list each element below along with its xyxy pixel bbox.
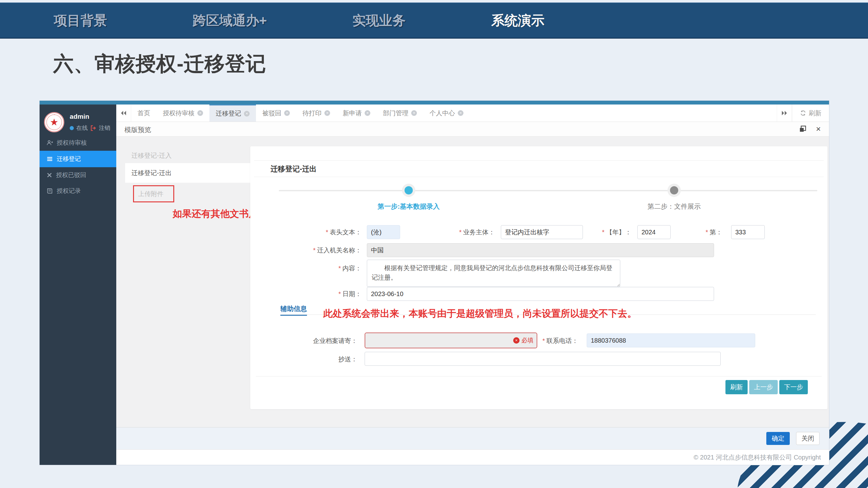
step-2-dot[interactable]: [668, 184, 681, 197]
copyright-text: © 2021 河北点步信息科技有限公司 Copyright: [116, 450, 829, 465]
archive-mail-input[interactable]: × 必填: [365, 332, 537, 348]
tab-close-icon[interactable]: ×: [284, 110, 290, 116]
content-area: 迁移登记-迁入 迁移登记-迁出 上传附件 如果还有其他文书反馈给迁入机构可在附件…: [116, 136, 829, 465]
tab-label: 授权待审核: [163, 109, 194, 118]
sidebar-item-label: 授权待审核: [57, 139, 87, 147]
refresh-tabs-button[interactable]: 刷新: [792, 104, 829, 122]
tab-label: 首页: [137, 109, 150, 118]
dialog-footer: 确定 关闭: [116, 427, 829, 450]
step-2-label: 第二步：文件展示: [648, 202, 701, 211]
tab-close-icon[interactable]: ×: [197, 110, 203, 116]
page-title: 六、审核授权-迁移登记: [53, 50, 266, 77]
tab-rejected[interactable]: 被驳回 ×: [256, 104, 296, 122]
tab-new-application[interactable]: 新申请 ×: [336, 104, 377, 122]
sidebar-item-migration-register[interactable]: 迁移登记: [40, 151, 116, 167]
copyright-bar: © 2021 河北点步信息科技有限公司 Copyright: [116, 450, 829, 465]
nav-item-business[interactable]: 实现业务: [352, 12, 406, 29]
form-buttons: 刷新 上一步 下一步: [725, 380, 808, 394]
tab-label: 部门管理: [383, 109, 408, 118]
double-chevron-right-icon: [781, 110, 788, 116]
sidebar: ★ admin 在线 注销 授权待审核: [40, 104, 116, 465]
annotation-autofill-note: 此处系统会带出来，本账号由于是超级管理员，尚未设置所以提交不下去。: [323, 307, 637, 320]
sidebar-item-label: 授权记录: [57, 187, 81, 195]
nav-item-project-background[interactable]: 项目背景: [54, 12, 107, 29]
sidebar-item-records[interactable]: 授权记录: [40, 183, 116, 199]
tab-to-print[interactable]: 待打印 ×: [296, 104, 336, 122]
header-text-input[interactable]: [367, 225, 400, 239]
nav-item-system-demo[interactable]: 系统演示: [491, 12, 545, 29]
phone-label: *联系电话：: [515, 337, 578, 345]
tab-close-icon[interactable]: ×: [365, 110, 370, 116]
refresh-icon: [800, 110, 806, 116]
tab-department-mgmt[interactable]: 部门管理 ×: [377, 104, 423, 122]
online-dot-icon: [70, 126, 74, 130]
confirm-button[interactable]: 确定: [766, 432, 790, 445]
tab-close-icon[interactable]: ×: [324, 110, 330, 116]
sidebar-item-rejected[interactable]: 授权已驳回: [40, 167, 116, 183]
next-step-button[interactable]: 下一步: [779, 380, 808, 394]
template-preview-bar: 模版预览 ×: [116, 122, 829, 136]
tab-close-icon[interactable]: ×: [411, 110, 417, 116]
list-icon: [46, 156, 53, 162]
date-label: *日期：: [282, 290, 362, 298]
header-text-label: *表头文本：: [282, 228, 362, 236]
restore-window-icon[interactable]: [799, 125, 807, 133]
refresh-form-button[interactable]: 刷新: [725, 380, 748, 394]
step-1-label: 第一步:基本数据录入: [378, 202, 440, 211]
x-icon: [46, 172, 52, 178]
divider: [254, 177, 824, 177]
tab-close-icon[interactable]: ×: [458, 110, 463, 116]
prev-step-button[interactable]: 上一步: [749, 380, 778, 394]
date-input[interactable]: [367, 287, 714, 301]
step-1-dot[interactable]: [402, 184, 415, 197]
submenu-item-move-out[interactable]: 迁移登记-迁出: [125, 163, 251, 183]
cc-input[interactable]: [365, 352, 721, 366]
app-window: ★ admin 在线 注销 授权待审核: [40, 101, 829, 465]
user-status-row: 在线 注销: [70, 124, 110, 132]
number-input[interactable]: [731, 225, 765, 239]
tab-close-icon[interactable]: ×: [244, 111, 250, 117]
window-top-accent-bar: [40, 101, 829, 104]
content-textarea[interactable]: 根据有关登记管理规定，同意我局登记的河北点步信息科技有限公司迁移至你局登记注册。: [367, 260, 620, 287]
form-panel: 迁移登记-迁出 第一步:基本数据录入 第二步：文件展示 *表头文本： *业务主体…: [250, 146, 828, 409]
phone-input[interactable]: [587, 333, 755, 348]
tab-label: 新申请: [343, 109, 362, 118]
sidebar-item-label: 迁移登记: [57, 155, 81, 163]
tab-pending-review[interactable]: 授权待审核 ×: [156, 104, 209, 122]
scroll-tabs-left-button[interactable]: [116, 104, 131, 122]
sidebar-item-pending-review[interactable]: 授权待审核: [40, 135, 116, 151]
book-icon: [46, 188, 53, 194]
sidebar-menu: 授权待审核 迁移登记 授权已驳回: [40, 135, 116, 199]
submenu-item-label: 迁移登记-迁出: [125, 163, 251, 183]
business-subject-label: *业务主体：: [415, 228, 495, 236]
close-button[interactable]: 关闭: [796, 432, 819, 445]
tab-migration-register[interactable]: 迁移登记 ×: [209, 104, 256, 122]
form-title: 迁移登记-迁出: [271, 164, 317, 174]
template-preview-title: 模版预览: [124, 125, 151, 134]
double-chevron-left-icon: [120, 110, 127, 116]
logout-link[interactable]: 注销: [99, 124, 110, 132]
content-label: *内容：: [282, 264, 362, 273]
tab-bar: 首页 授权待审核 × 迁移登记 × 被驳回 × 待打印 ×: [116, 104, 829, 122]
tab-personal-center[interactable]: 个人中心 ×: [423, 104, 470, 122]
target-org-input[interactable]: [367, 243, 714, 257]
divider: [254, 160, 824, 161]
submenu-item-move-in[interactable]: 迁移登记-迁入: [131, 151, 172, 160]
close-preview-icon[interactable]: ×: [816, 125, 821, 133]
submenu-item-label: 上传附件: [134, 186, 173, 201]
user-plus-icon: [46, 140, 53, 146]
avatar[interactable]: ★: [44, 112, 64, 132]
aux-info-title: 辅助信息: [280, 304, 307, 316]
divider: [256, 376, 822, 377]
target-org-label: *迁入机关名称：: [282, 246, 362, 255]
refresh-label: 刷新: [809, 109, 822, 118]
tab-home[interactable]: 首页: [131, 104, 156, 122]
tab-label: 待打印: [303, 109, 321, 118]
cc-label: 抄送：: [278, 355, 357, 363]
scroll-tabs-right-button[interactable]: [777, 104, 792, 122]
archive-mail-label: 企业档案请寄：: [278, 337, 357, 345]
tab-label: 被驳回: [262, 109, 281, 118]
submenu-item-upload-attachment[interactable]: 上传附件: [133, 185, 174, 202]
nav-item-cross-region[interactable]: 跨区域通办+: [193, 12, 267, 29]
main-region: 首页 授权待审核 × 迁移登记 × 被驳回 × 待打印 ×: [116, 104, 829, 465]
